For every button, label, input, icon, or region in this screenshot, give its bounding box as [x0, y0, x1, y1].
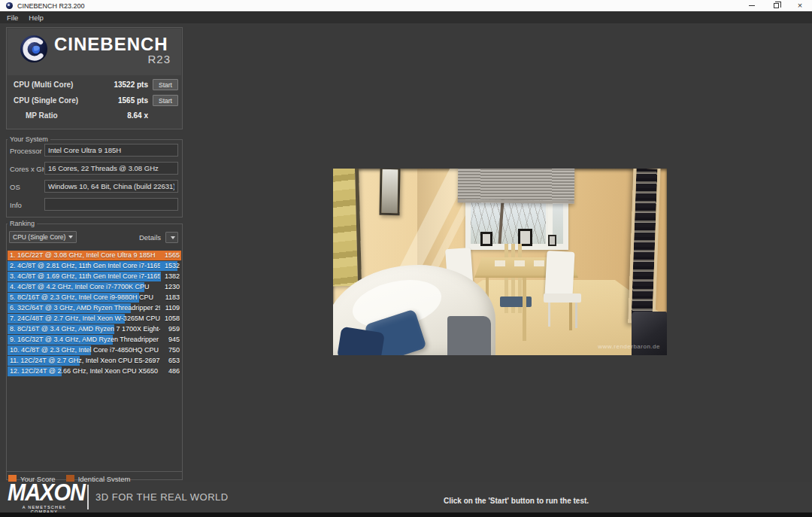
ranking-row[interactable]: 5. 8C/16T @ 2.3 GHz, Intel Core i9-9880H… — [8, 293, 181, 303]
ranking-row[interactable]: 3. 4C/8T @ 1.69 GHz, 11th Gen Intel Core… — [8, 272, 181, 281]
system-rows: Processor Cores x GHz OS Info — [7, 144, 182, 214]
ranking-score: 1109 — [165, 304, 180, 312]
ranking-label: 7. 24C/48T @ 2.7 GHz, Intel Xeon W-3265M… — [10, 315, 160, 322]
ranking-label: 12. 12C/24T @ 2.66 GHz, Intel Xeon CPU X… — [10, 367, 160, 375]
start-button[interactable]: Start — [153, 79, 178, 90]
ranking-score: 1230 — [165, 283, 180, 290]
ranking-panel: Ranking CPU (Single Core) Details 1. 16C… — [6, 220, 183, 480]
cinema4d-icon — [20, 35, 48, 66]
render-chair-leg — [575, 303, 577, 328]
maxon-brand-text: MAXON — [8, 482, 81, 504]
ranking-label: 11. 12C/24T @ 2.7 GHz, Intel Xeon CPU E5… — [10, 357, 160, 364]
benchmark-label: CPU (Multi Core) — [14, 81, 73, 89]
ranking-label: 5. 8C/16T @ 2.3 GHz, Intel Core i9-9880H… — [10, 293, 160, 301]
system-field-input[interactable] — [44, 198, 178, 211]
ranking-row[interactable]: 9. 16C/32T @ 3.4 GHz, AMD Ryzen Threadri… — [8, 335, 181, 345]
title-bar: CINEBENCH R23.200 × — [0, 0, 812, 11]
chevron-down-icon — [68, 236, 73, 239]
render-image: www.renderbaron.de — [333, 169, 667, 355]
details-select[interactable] — [165, 232, 178, 243]
render-venetian-blind — [458, 169, 574, 204]
mp-ratio-row: MP Ratio 8.64 x — [7, 109, 182, 123]
system-field-input[interactable] — [44, 162, 178, 175]
benchmark-row: CPU (Multi Core) 13522 pts Start — [7, 78, 182, 93]
render-table-leg — [523, 278, 526, 341]
logo-block: CINEBENCH R23 — [8, 29, 181, 75]
ranking-filter-select[interactable]: CPU (Single Core) — [9, 231, 77, 243]
start-button[interactable]: Start — [153, 95, 178, 106]
system-field-input[interactable] — [44, 180, 178, 193]
ranking-score: 1565 — [165, 251, 180, 259]
ranking-score: 1382 — [165, 272, 180, 280]
ranking-label: 4. 4C/8T @ 4.2 GHz, Intel Core i7-7700K … — [10, 283, 160, 290]
ranking-score: 945 — [168, 336, 180, 343]
footer-divider — [87, 485, 89, 509]
render-chair — [544, 251, 574, 297]
ranking-score: 1183 — [165, 293, 180, 301]
benchmark-value: 13522 pts — [114, 81, 148, 89]
ranking-score: 959 — [168, 325, 180, 333]
your-system-title: Your System — [8, 135, 50, 143]
ranking-row[interactable]: 1. 16C/22T @ 3.08 GHz, Intel Core Ultra … — [8, 251, 181, 260]
ranking-title: Ranking — [8, 220, 37, 227]
ranking-label: 3. 4C/8T @ 1.69 GHz, 11th Gen Intel Core… — [10, 272, 160, 280]
ranking-label: 6. 32C/64T @ 3 GHz, AMD Ryzen Threadripp… — [10, 304, 160, 312]
system-field-label: Processor — [10, 147, 42, 155]
benchmark-panel: CINEBENCH R23 CPU (Multi Core) 13522 pts… — [6, 27, 183, 129]
render-chair — [544, 293, 581, 303]
render-sill-photo — [548, 235, 556, 246]
benchmark-value: 1565 pts — [118, 96, 148, 105]
app-logo-title: CINEBENCH — [54, 35, 171, 54]
ranking-row[interactable]: 11. 12C/24T @ 2.7 GHz, Intel Xeon CPU E5… — [8, 356, 181, 366]
system-row: Processor — [7, 144, 182, 160]
system-row: OS — [7, 180, 182, 196]
mp-ratio-value: 8.64 x — [127, 111, 148, 120]
render-cd-rack — [628, 169, 660, 324]
system-field-label: OS — [10, 183, 20, 191]
minimize-icon — [749, 5, 755, 6]
details-label: Details — [139, 233, 161, 242]
render-chair-leg — [548, 303, 550, 327]
ranking-controls: CPU (Single Core) Details — [7, 229, 182, 247]
ranking-row[interactable]: 8. 8C/16T @ 3.4 GHz, AMD Ryzen 7 1700X E… — [8, 324, 181, 334]
menu-file[interactable]: File — [7, 14, 18, 22]
footer-tagline: 3D FOR THE REAL WORLD — [95, 491, 229, 503]
close-icon: × — [798, 2, 802, 10]
render-chair-cushion — [500, 297, 532, 307]
system-field-input[interactable] — [44, 144, 178, 157]
maximize-button[interactable] — [764, 0, 788, 11]
close-button[interactable]: × — [788, 0, 812, 11]
ranking-label: 1. 16C/22T @ 3.08 GHz, Intel Core Ultra … — [10, 251, 160, 259]
maxon-logo: MAXON A NEMETSCHEK COMPANY — [8, 482, 81, 514]
mp-ratio-label: MP Ratio — [26, 111, 58, 120]
ranking-score: 750 — [168, 346, 180, 354]
ranking-row[interactable]: 4. 4C/8T @ 4.2 GHz, Intel Core i7-7700K … — [8, 282, 181, 292]
render-picture-frame — [379, 169, 400, 215]
ranking-row[interactable]: 2. 4C/8T @ 2.81 GHz, 11th Gen Intel Core… — [8, 261, 181, 271]
ranking-score: 1058 — [165, 315, 180, 322]
chevron-down-icon — [171, 236, 175, 239]
benchmark-label: CPU (Single Core) — [14, 96, 78, 105]
footer: MAXON A NEMETSCHEK COMPANY 3D FOR THE RE… — [0, 482, 812, 513]
your-system-panel: Your System Processor Cores x GHz OS Inf… — [6, 135, 183, 217]
ranking-row[interactable]: 7. 24C/48T @ 2.7 GHz, Intel Xeon W-3265M… — [8, 314, 181, 324]
window-title: CINEBENCH R23.200 — [17, 2, 85, 10]
minimize-button[interactable] — [740, 0, 764, 11]
ranking-row[interactable]: 12. 12C/24T @ 2.66 GHz, Intel Xeon CPU X… — [8, 366, 181, 376]
ranking-row[interactable]: 10. 4C/8T @ 2.3 GHz, Intel Core i7-4850H… — [8, 345, 181, 355]
ranking-label: 9. 16C/32T @ 3.4 GHz, AMD Ryzen Threadri… — [10, 336, 160, 343]
ranking-label: 8. 8C/16T @ 3.4 GHz, AMD Ryzen 7 1700X E… — [10, 325, 160, 333]
ranking-separator — [7, 471, 182, 472]
window-controls: × — [740, 0, 812, 11]
render-sill-photo — [480, 232, 492, 246]
ranking-score: 1532 — [165, 262, 180, 269]
menu-help[interactable]: Help — [29, 14, 44, 22]
system-row: Cores x GHz — [7, 162, 182, 178]
render-sofa-base — [447, 316, 491, 355]
ranking-list: 1. 16C/22T @ 3.08 GHz, Intel Core Ultra … — [8, 251, 181, 377]
app-icon — [6, 2, 13, 9]
render-watermark: www.renderbaron.de — [598, 343, 660, 350]
ranking-score: 486 — [168, 367, 180, 375]
ranking-label: 2. 4C/8T @ 2.81 GHz, 11th Gen Intel Core… — [10, 262, 160, 269]
ranking-row[interactable]: 6. 32C/64T @ 3 GHz, AMD Ryzen Threadripp… — [8, 303, 181, 313]
